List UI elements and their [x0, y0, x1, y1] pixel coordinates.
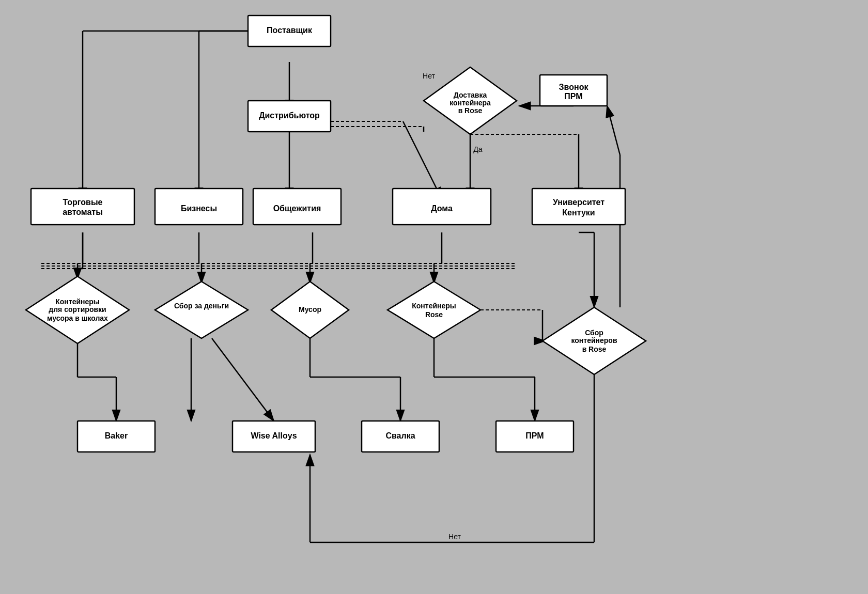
supplier-label: Поставщик — [267, 26, 313, 35]
rose-collection-label-3: в Rose — [582, 345, 607, 353]
paid-collection-label-1: Сбор за деньги — [174, 302, 229, 310]
da-label: Да — [473, 145, 482, 153]
trash-label: Мусор — [299, 305, 321, 314]
svalka-label: Свалка — [385, 431, 415, 440]
prm-call-label-1: Звонок — [559, 83, 589, 91]
delivery-label-2: контейнера — [450, 99, 491, 107]
rose-containers-label-2: Rose — [425, 310, 443, 319]
prm-call-label-2: ПРМ — [564, 92, 582, 101]
baker-label: Baker — [105, 431, 128, 440]
net1-label: Нет — [423, 72, 435, 80]
school-containers-label-1: Контейнеры — [55, 298, 100, 306]
net2-label: Нет — [448, 533, 461, 541]
dormitory-label: Общежития — [273, 204, 321, 213]
vending-label-1: Торговые — [63, 198, 103, 207]
distributor-label: Дистрибьютор — [259, 111, 320, 120]
prm-label: ПРМ — [525, 431, 544, 440]
rose-collection-label-1: Сбор — [585, 329, 603, 337]
vending-label-2: автоматы — [63, 208, 103, 216]
university-label-2: Кентуки — [562, 208, 595, 217]
delivery-label-3: в Rose — [458, 106, 483, 115]
wise-alloys-label: Wise Alloys — [251, 431, 297, 440]
school-containers-label-3: мусора в школах — [47, 314, 108, 322]
business-label: Бизнесы — [181, 204, 217, 213]
homes-label: Дома — [431, 204, 453, 213]
rose-collection-label-2: контейнеров — [571, 336, 617, 345]
school-containers-label-2: для сортировки — [49, 305, 106, 314]
rose-containers-label-1: Контейнеры — [412, 302, 456, 310]
university-label-1: Университет — [553, 198, 605, 207]
delivery-label-1: Доставка — [454, 91, 487, 99]
